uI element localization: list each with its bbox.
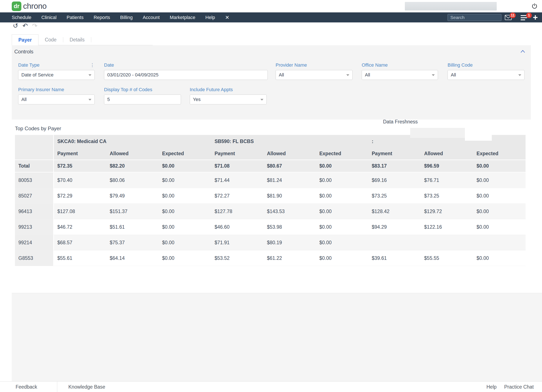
select-value: All [21,97,27,102]
tasks-icon[interactable]: 1 [521,14,529,21]
value-cell: $53.98 [263,219,316,235]
messages-icon[interactable]: 11 [505,14,513,21]
value-cell: $0.00 [473,219,526,235]
value-cell: $0.00 [473,204,526,219]
messages-badge: 11 [510,13,516,18]
field-label: Date [104,62,268,68]
value-cell: $79.49 [106,188,159,204]
field-label: Provider Name [276,62,352,68]
value-cell: $61.22 [263,250,316,266]
report-tabs: Payer Code Details [12,34,153,45]
value-cell: $0.00 [316,204,368,219]
nav-item-account[interactable]: Account [143,15,160,20]
value-cell: $128.42 [368,204,421,219]
refresh-icon[interactable]: ↺ [13,23,18,29]
table-row: 99214$68.57$75.37$0.00$71.91$80.19$0.00 [15,235,526,250]
payer-table: SKCA0: Medicaid CASB590: FL BCBS:Payment… [15,135,526,266]
code-cell: G8553 [15,250,54,266]
nav-item-clinical[interactable]: Clinical [41,15,57,20]
value-cell: $53.52 [211,250,263,266]
plus-icon[interactable]: + [533,14,541,21]
code-cell: 99213 [15,219,54,235]
value-cell: $80.06 [106,172,159,188]
table-row: 85027$72.29$79.49$0.00$72.27$81.90$0.00$… [15,188,526,204]
value-cell: $0.00 [316,235,368,250]
footer-bar: Feedback Knowledge Base Help Practice Ch… [0,381,542,392]
report-title: Top Codes by Payer [15,126,61,132]
nav-item-billing[interactable]: Billing [120,15,133,20]
tab-details[interactable]: Details [63,34,91,45]
top-codes-table-wrap: SKCA0: Medicaid CASB590: FL BCBS:Payment… [15,135,526,266]
date-range-input[interactable] [104,70,268,80]
chevron-down-icon [432,74,435,76]
history-toolbar: ↺ ↶ ↷ [13,23,37,29]
top-codes-input[interactable] [104,95,181,104]
provider-name-select[interactable]: All [276,70,352,80]
value-cell: $143.53 [263,204,316,219]
column-header: Allowed [106,148,159,160]
value-cell: $46.72 [54,219,106,235]
table-row: 99213$46.72$51.61$0.00$46.60$53.98$0.00$… [15,219,526,235]
value-cell: $0.00 [159,219,211,235]
select-value: Yes [193,97,201,102]
field-office-name: Office Name All [362,62,438,80]
field-future-appts: Include Future Appts Yes [190,87,267,104]
chevron-down-icon [346,74,349,76]
redacted-freshness-value [410,128,465,138]
column-header: Allowed [263,148,316,160]
value-cell: $94.29 [368,219,421,235]
redo-icon[interactable]: ↷ [32,23,37,29]
close-icon[interactable]: ✕ [225,15,229,21]
nav-item-schedule[interactable]: Schedule [12,15,31,20]
power-icon[interactable] [531,3,538,9]
payer-group-header: SKCA0: Medicaid CA [54,135,211,148]
office-name-select[interactable]: All [362,70,438,80]
tab-payer[interactable]: Payer [12,34,38,45]
value-cell: $46.60 [211,219,263,235]
field-label: Primary Insurer Name [18,87,95,92]
nav-item-marketplace[interactable]: Marketplace [170,15,195,20]
field-label: Date Type [18,62,95,68]
chevron-up-icon[interactable] [520,49,526,55]
code-cell: 80053 [15,172,54,188]
future-appts-select[interactable]: Yes [190,95,267,104]
undo-icon[interactable]: ↶ [22,23,28,29]
knowledge-base-link[interactable]: Knowledge Base [68,384,105,390]
value-cell: $80.19 [263,235,316,250]
metric-header-row: PaymentAllowedExpectedPaymentAllowedExpe… [15,148,526,160]
tab-code[interactable]: Code [38,34,63,45]
drchrono-logo-icon[interactable]: dr [12,1,21,11]
value-cell: $127.78 [211,204,263,219]
nav-item-patients[interactable]: Patients [67,15,84,20]
value-cell: $73.25 [368,188,421,204]
logo-dr-text: dr [14,3,19,10]
tab-divider [91,37,91,42]
feedback-link[interactable]: Feedback [16,384,37,390]
help-link[interactable]: Help [487,384,497,390]
primary-insurer-select[interactable]: All [18,95,95,104]
practice-chat-link[interactable]: Practice Chat [504,384,534,390]
nav-item-help[interactable]: Help [205,15,215,20]
chevron-down-icon [88,99,92,101]
search-input[interactable] [448,14,501,21]
value-cell: $68.57 [54,235,106,250]
value-cell: $0.00 [473,250,526,266]
value-cell: $71.91 [211,235,263,250]
value-cell: $0.00 [316,172,368,188]
select-value: All [279,72,284,78]
table-row: G8553$55.61$64.14$0.00$53.52$61.22$0.00$… [15,250,526,266]
value-cell: $81.90 [263,188,316,204]
nav-item-reports[interactable]: Reports [94,15,110,20]
value-cell: $83.17 [368,160,421,172]
value-cell: $80.67 [263,160,316,172]
billing-code-select[interactable]: All [448,70,525,80]
column-header: Expected [159,148,211,160]
date-type-select[interactable]: Date of Service [18,70,95,80]
data-freshness-label: Data Freshness [383,119,418,125]
kebab-menu-icon[interactable]: ⋮ [90,62,95,68]
value-cell: $81.24 [263,172,316,188]
column-header: Payment [211,148,263,160]
value-cell: $129.72 [421,204,473,219]
field-label: Billing Code [448,62,525,68]
value-cell: $75.37 [106,235,159,250]
